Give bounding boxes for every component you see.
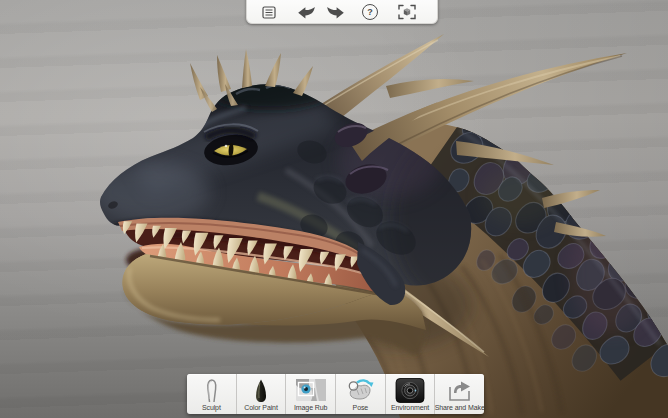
pose-hand-icon	[344, 377, 376, 403]
tool-image-rub[interactable]: Image Rub	[286, 374, 336, 414]
tool-label: Sculpt	[202, 403, 221, 412]
model-viewport[interactable]	[0, 0, 668, 418]
help-button[interactable]: ?	[357, 2, 383, 22]
top-toolbar: ?	[246, 0, 438, 24]
menu-button[interactable]	[256, 2, 282, 22]
help-glyph: ?	[367, 8, 373, 17]
undo-button[interactable]	[293, 2, 319, 22]
sculpt-loop-icon	[196, 377, 226, 403]
tool-label: Share and Make	[435, 403, 485, 412]
paint-tip-icon	[246, 377, 276, 403]
share-export-icon	[445, 377, 475, 403]
tool-label: Environment	[391, 403, 429, 412]
tool-environment[interactable]: Environment	[386, 374, 436, 414]
tool-color-paint[interactable]: Color Paint	[237, 374, 287, 414]
tool-pose[interactable]: Pose	[336, 374, 386, 414]
tool-label: Pose	[353, 403, 369, 412]
list-icon	[262, 6, 276, 19]
app-window: ? Sculpt	[0, 0, 668, 418]
tool-label: Image Rub	[294, 403, 327, 412]
model-canvas[interactable]	[0, 0, 668, 418]
redo-arrow-icon	[326, 6, 345, 19]
help-icon: ?	[362, 4, 378, 20]
dragon-model	[90, 34, 668, 418]
reset-view-button[interactable]	[394, 2, 420, 22]
undo-arrow-icon	[297, 6, 316, 19]
image-rub-face-icon	[295, 377, 327, 403]
environment-lens-icon	[395, 377, 425, 403]
cube-view-icon	[398, 4, 416, 20]
bottom-toolbar: Sculpt Color Paint	[187, 374, 484, 414]
tool-label: Color Paint	[244, 403, 278, 412]
redo-button[interactable]	[322, 2, 348, 22]
tool-share-and-make[interactable]: Share and Make	[435, 374, 484, 414]
tool-sculpt[interactable]: Sculpt	[187, 374, 237, 414]
